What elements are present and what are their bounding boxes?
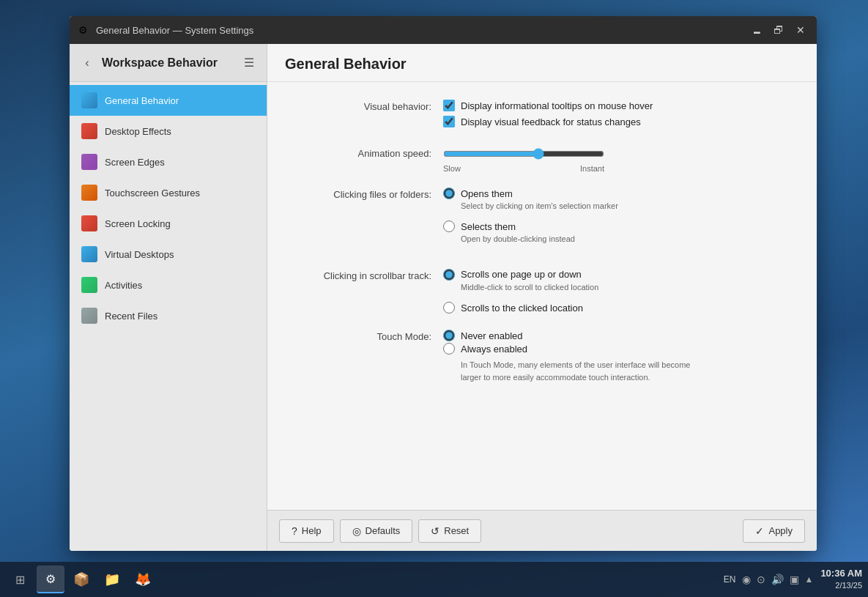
sidebar-item-desktop[interactable]: Desktop Effects [70, 116, 267, 147]
defaults-icon: ◎ [352, 525, 361, 537]
sidebar-nav: General Behavior Desktop Effects Screen … [70, 82, 267, 551]
app-icon: ⚙ [75, 23, 90, 37]
sidebar-item-label: Activities [105, 280, 255, 291]
sidebar-item-recent[interactable]: Recent Files [70, 300, 267, 331]
animation-speed-label: Animation speed: [297, 147, 443, 159]
touch-icon [81, 185, 97, 201]
always-enabled-radio[interactable] [443, 343, 455, 355]
sidebar-item-label: General Behavior [105, 95, 255, 106]
sidebar-item-label: Desktop Effects [105, 126, 255, 137]
taskbar-right: EN ◉ ⊙ 🔊 ▣ ▲ 10:36 AM 2/13/25 [724, 568, 862, 590]
selects-them-desc: Open by double-clicking instead [461, 234, 787, 245]
clock-time: 10:36 AM [820, 568, 862, 580]
main-header: General Behavior [267, 44, 817, 82]
animation-speed-slider[interactable] [443, 147, 604, 161]
scrolls-location-label: Scrolls to the clicked location [461, 303, 583, 314]
help-button[interactable]: ? Help [279, 519, 334, 543]
taskbar-app-icon-package[interactable]: 📦 [67, 566, 95, 593]
visual-feedback-label: Display visual feedback for status chang… [461, 116, 641, 127]
tooltips-checkbox[interactable] [443, 100, 455, 111]
scrollbar-track-controls: Scrolls one page up or down Middle-click… [443, 269, 787, 315]
activities-icon [81, 277, 97, 293]
systray: EN ◉ ⊙ 🔊 ▣ ▲ [724, 574, 814, 585]
visual-feedback-checkbox[interactable] [443, 116, 455, 127]
taskbar-app-icon-settings[interactable]: ⚙ [37, 566, 64, 593]
sidebar-item-touch[interactable]: Touchscreen Gestures [70, 177, 267, 208]
touch-mode-label: Touch Mode: [297, 330, 443, 342]
help-icon: ? [292, 525, 297, 537]
slider-labels: Slow Instant [443, 164, 604, 173]
main-content: General Behavior Visual behavior: Displa… [267, 44, 817, 551]
back-button[interactable]: ‹ [78, 54, 96, 72]
animation-speed-controls: Slow Instant [443, 147, 787, 173]
sidebar-item-screen-lock[interactable]: Screen Locking [70, 208, 267, 239]
titlebar-controls: 🗕 🗗 ✕ [746, 20, 811, 40]
visual-behavior-controls: Display informational tooltips on mouse … [443, 100, 787, 132]
hamburger-button[interactable]: ☰ [240, 54, 258, 72]
apply-button[interactable]: ✓ Apply [743, 519, 805, 543]
sidebar-item-label: Screen Locking [105, 218, 255, 229]
never-enabled-radio[interactable] [443, 330, 455, 341]
sidebar-item-label: Recent Files [105, 311, 255, 322]
sidebar-item-label: Screen Edges [105, 157, 255, 168]
desktop-icon [81, 123, 97, 139]
sidebar-item-label: Virtual Desktops [105, 249, 255, 260]
reset-button[interactable]: ↺ Reset [418, 519, 481, 543]
clicking-files-label: Clicking files or folders: [297, 188, 443, 200]
always-enabled-row: Always enabled [443, 343, 787, 355]
clicking-files-controls: Opens them Select by clicking on item's … [443, 188, 787, 254]
volume-icon: 🔊 [771, 574, 784, 585]
maximize-button[interactable]: 🗗 [768, 20, 789, 40]
display-icon: ▣ [790, 574, 799, 585]
taskbar-app-icon-activities[interactable]: ⊞ [6, 566, 34, 593]
taskbar: ⊞ ⚙ 📦 📁 🦊 EN ◉ ⊙ 🔊 ▣ ▲ 10:36 AM 2/13/25 [0, 562, 868, 597]
instant-label: Instant [580, 164, 604, 173]
screen-edges-icon [81, 154, 97, 170]
sidebar-item-screen-edges[interactable]: Screen Edges [70, 147, 267, 177]
titlebar: ⚙ General Behavior — System Settings 🗕 🗗… [70, 16, 817, 44]
taskbar-left: ⊞ ⚙ 📦 📁 🦊 [6, 566, 157, 593]
scrolls-page-label: Scrolls one page up or down [461, 269, 582, 280]
touch-mode-controls: Never enabled Always enabled In Touch Mo… [443, 330, 787, 392]
slow-label: Slow [443, 164, 461, 173]
recent-icon [81, 308, 97, 324]
sidebar-item-general[interactable]: General Behavior [70, 85, 267, 116]
visual-behavior-label: Visual behavior: [297, 100, 443, 112]
slider-container: Slow Instant [443, 147, 787, 173]
system-settings-window: ⚙ General Behavior — System Settings 🗕 🗗… [70, 16, 817, 551]
tooltips-row: Display informational tooltips on mouse … [443, 100, 787, 111]
scrolls-location-radio[interactable] [443, 302, 455, 314]
sidebar-item-activities[interactable]: Activities [70, 270, 267, 300]
clicking-files-row: Clicking files or folders: Opens them Se… [297, 188, 787, 254]
screen-lock-icon [81, 215, 97, 231]
scrollbar-track-label: Clicking in scrollbar track: [297, 269, 443, 281]
defaults-button[interactable]: ◎ Defaults [340, 519, 413, 543]
taskbar-clock: 10:36 AM 2/13/25 [820, 568, 862, 590]
opens-them-label: Opens them [461, 188, 513, 199]
touch-mode-row: Touch Mode: Never enabled Always enabled… [297, 330, 787, 392]
opens-them-desc: Select by clicking on item's selection m… [461, 201, 787, 212]
visual-feedback-row: Display visual feedback for status chang… [443, 116, 787, 127]
main-body: Visual behavior: Display informational t… [267, 82, 817, 510]
apply-icon: ✓ [755, 525, 764, 537]
window-body: ‹ Workspace Behavior ☰ General Behavior … [70, 44, 817, 551]
opens-them-radio[interactable] [443, 188, 455, 199]
visual-behavior-row: Visual behavior: Display informational t… [297, 100, 787, 132]
sidebar-item-virtual[interactable]: Virtual Desktops [70, 239, 267, 270]
minimize-button[interactable]: 🗕 [746, 20, 767, 40]
close-button[interactable]: ✕ [790, 20, 811, 40]
bottom-bar: ? Help ◎ Defaults ↺ Reset ✓ Apply [267, 510, 817, 551]
desktop: ⚙ General Behavior — System Settings 🗕 🗗… [0, 0, 868, 597]
page-title: General Behavior [285, 56, 799, 73]
sidebar-header: ‹ Workspace Behavior ☰ [70, 44, 267, 82]
network-icon: ◉ [742, 574, 751, 585]
chevron-up-icon[interactable]: ▲ [805, 574, 814, 585]
taskbar-app-icon-files[interactable]: 📁 [98, 566, 126, 593]
taskbar-app-icon-firefox[interactable]: 🦊 [129, 566, 157, 593]
opens-them-row: Opens them [443, 188, 787, 199]
selects-them-radio[interactable] [443, 220, 455, 232]
scrolls-page-radio[interactable] [443, 269, 455, 281]
titlebar-left: ⚙ General Behavior — System Settings [75, 23, 253, 37]
selects-them-row: Selects them [443, 220, 787, 232]
sidebar-item-label: Touchscreen Gestures [105, 188, 255, 199]
